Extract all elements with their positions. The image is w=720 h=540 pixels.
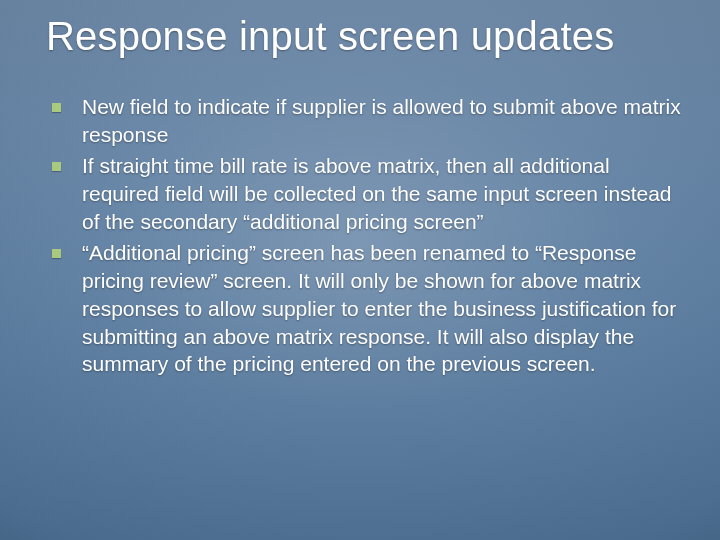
square-bullet-icon	[52, 249, 61, 258]
list-item: If straight time bill rate is above matr…	[44, 152, 686, 235]
page-title: Response input screen updates	[46, 14, 690, 59]
list-item-text: If straight time bill rate is above matr…	[82, 154, 672, 232]
list-item: New field to indicate if supplier is all…	[44, 93, 686, 148]
bullet-list: New field to indicate if supplier is all…	[44, 93, 686, 378]
list-item-text: “Additional pricing” screen has been ren…	[82, 241, 676, 375]
square-bullet-icon	[52, 162, 61, 171]
list-item: “Additional pricing” screen has been ren…	[44, 239, 686, 378]
slide: Response input screen updates New field …	[0, 0, 720, 540]
list-item-text: New field to indicate if supplier is all…	[82, 95, 681, 146]
square-bullet-icon	[52, 103, 61, 112]
